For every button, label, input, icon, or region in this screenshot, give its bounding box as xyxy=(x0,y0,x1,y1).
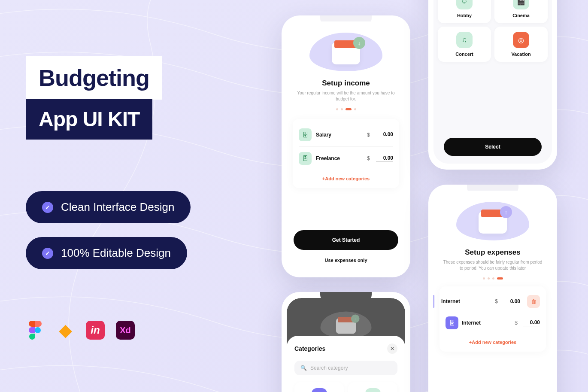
phone-categories-grid: 🗃Bank Cost👕Clothes⊞Healthcare◇Education☺… xyxy=(428,0,557,170)
sheet-title: Categories xyxy=(294,345,325,352)
phone-setup-expenses: ↑ Setup expenses These expenses should b… xyxy=(428,185,557,392)
income-row[interactable]: 🗄 Salary $ 0.00 xyxy=(299,123,393,146)
income-illustration: ↓ xyxy=(309,33,382,71)
invision-icon: in xyxy=(86,321,105,340)
currency-symbol: $ xyxy=(367,132,370,138)
expense-row[interactable]: 🗄 Internet $ 0.00 xyxy=(446,312,540,334)
currency-symbol: $ xyxy=(495,298,498,304)
figma-icon xyxy=(26,321,45,340)
xd-icon: Xd xyxy=(116,321,135,340)
feature-pill-2: ✓ 100% Editable Design xyxy=(26,237,187,269)
sheet-grid: 🗃🗄 xyxy=(294,382,397,392)
category-item[interactable]: 🎬Cinema xyxy=(494,0,548,23)
marketing-column: Budgeting App UI KIT ✓ Clean Interface D… xyxy=(26,56,249,340)
phone-categories-sheet: ↓ Categories ✕ 🔍 Search category 🗃🗄 xyxy=(282,292,410,392)
add-categories-link[interactable]: +Add new categories xyxy=(299,176,393,181)
category-label: Vacation xyxy=(511,52,530,57)
arrow-up-icon: ↑ xyxy=(500,206,512,218)
expense-amount-input[interactable]: 0.00 xyxy=(523,319,540,326)
income-amount-input[interactable]: 0.00 xyxy=(376,155,393,162)
film-icon: 🎬 xyxy=(513,0,529,9)
hobby-icon: ☺ xyxy=(456,0,473,9)
expenses-title: Setup expenses xyxy=(433,248,552,257)
expense-row-label: Internet xyxy=(441,298,491,304)
income-title: Setup income xyxy=(287,79,405,88)
search-icon: 🔍 xyxy=(300,365,307,371)
compass-icon: ◎ xyxy=(513,32,529,48)
income-subtitle: Your regular income will be the amount y… xyxy=(296,90,396,102)
feature-label-1: Clean Interface Design xyxy=(61,201,174,214)
title-text-1: Budgeting xyxy=(39,65,149,91)
sheet-category-item[interactable]: 🗄 xyxy=(348,382,397,392)
check-icon: ✓ xyxy=(42,202,53,213)
pager-dots xyxy=(287,108,405,110)
briefcase-icon: 🗄 xyxy=(299,152,312,165)
select-button[interactable]: Select xyxy=(444,138,542,156)
search-input[interactable]: 🔍 Search category xyxy=(294,361,397,375)
income-amount-input[interactable]: 0.00 xyxy=(376,131,393,138)
briefcase-icon: 🗄 xyxy=(299,128,312,141)
bank-icon: 🗃 xyxy=(312,388,327,392)
feature-pill-1: ✓ Clean Interface Design xyxy=(26,191,191,223)
title-line-2: App UI KIT xyxy=(26,99,152,140)
expenses-subtitle: These expenses should be fairly regular … xyxy=(443,259,543,271)
category-label: Concert xyxy=(455,52,473,57)
category-item[interactable]: ♫Concert xyxy=(438,27,491,62)
category-item[interactable]: ◎Vacation xyxy=(494,27,548,62)
category-label: Cinema xyxy=(512,13,530,18)
category-grid: 🗃Bank Cost👕Clothes⊞Healthcare◇Education☺… xyxy=(433,0,552,135)
category-item[interactable]: ☺Hobby xyxy=(438,0,491,23)
expense-row-swiped[interactable]: Internet $ 0.00 🗑 xyxy=(433,291,540,312)
income-row-label: Freelance xyxy=(316,155,363,161)
income-list: 🗄 Salary $ 0.00 🗄 Freelance $ 0.00 +Add … xyxy=(293,119,399,188)
get-started-button[interactable]: Get Started xyxy=(294,230,398,250)
use-expenses-only-link[interactable]: Use expenses only xyxy=(287,258,405,263)
delete-icon[interactable]: 🗑 xyxy=(527,295,540,308)
feature-list: ✓ Clean Interface Design ✓ 100% Editable… xyxy=(26,191,249,269)
close-icon[interactable]: ✕ xyxy=(387,343,397,354)
title-text-2: App UI KIT xyxy=(39,108,139,131)
expenses-illustration: ↑ xyxy=(456,202,529,240)
arrow-down-icon: ↓ xyxy=(353,37,365,49)
tool-icons-row: ◆ in Xd xyxy=(26,321,249,340)
briefcase-icon: 🗄 xyxy=(365,388,381,392)
check-icon: ✓ xyxy=(42,248,53,259)
feature-label-2: 100% Editable Design xyxy=(61,246,171,260)
svg-point-0 xyxy=(35,327,41,333)
sheet-category-item[interactable]: 🗃 xyxy=(294,382,344,392)
expense-list: Internet $ 0.00 🗑 🗄 Internet $ 0.00 +Add… xyxy=(439,286,546,352)
phone-setup-income: ↓ Setup income Your regular income will … xyxy=(282,15,410,277)
expense-row-label: Internet xyxy=(462,320,511,326)
add-categories-link[interactable]: +Add new categories xyxy=(446,340,540,345)
income-row[interactable]: 🗄 Freelance $ 0.00 xyxy=(299,146,393,170)
income-row-label: Salary xyxy=(316,132,363,138)
category-label: Hobby xyxy=(457,13,472,18)
currency-symbol: $ xyxy=(515,320,518,326)
currency-symbol: $ xyxy=(367,155,370,161)
expense-amount-input[interactable]: 0.00 xyxy=(503,298,520,305)
music-icon: ♫ xyxy=(456,32,473,48)
pager-dots xyxy=(433,277,552,280)
briefcase-icon: 🗄 xyxy=(446,316,458,329)
title-line-1: Budgeting xyxy=(26,56,162,100)
search-placeholder: Search category xyxy=(310,365,348,371)
sketch-icon: ◆ xyxy=(56,321,75,340)
categories-sheet: Categories ✕ 🔍 Search category 🗃🗄 xyxy=(287,336,405,392)
